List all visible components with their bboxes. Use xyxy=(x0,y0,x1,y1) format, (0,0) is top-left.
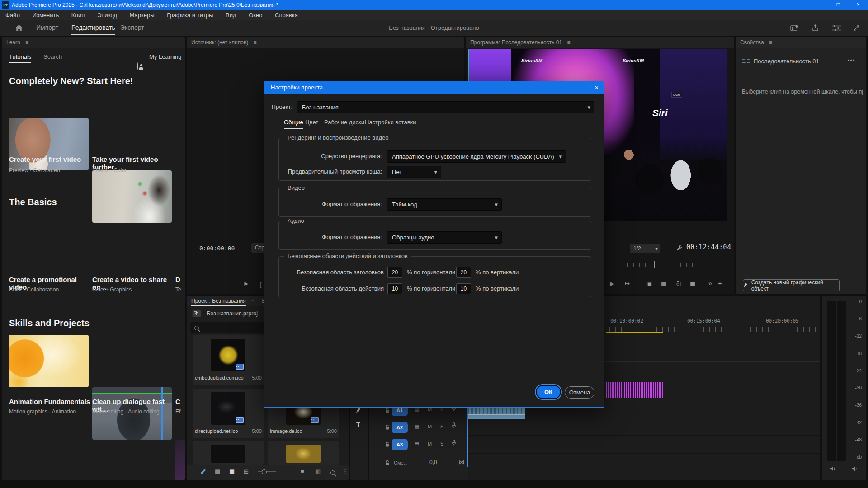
project-item[interactable] xyxy=(268,441,339,465)
filter-bars-icon[interactable]: ▥ xyxy=(315,468,321,475)
share-icon[interactable] xyxy=(811,24,819,32)
cancel-button[interactable]: Отмена xyxy=(565,386,594,399)
play-in-to-out-icon[interactable]: ↦ xyxy=(625,280,630,287)
timeline-playhead[interactable] xyxy=(467,405,468,467)
solo-button[interactable]: S xyxy=(440,424,443,429)
ok-button[interactable]: ОК xyxy=(537,386,560,398)
more-controls-icon[interactable]: » xyxy=(708,280,712,287)
lock-icon[interactable] xyxy=(385,442,390,447)
project-panel-tab[interactable]: Проект: Без названия xyxy=(191,298,246,306)
project-item[interactable]: embedupload.com.ico 5:00 xyxy=(193,335,264,385)
title-safe-horizontal-input[interactable]: 20 xyxy=(387,267,402,278)
comparison-view-icon[interactable]: ▦ xyxy=(690,280,695,287)
program-timecode[interactable]: 00:12:44:04 xyxy=(686,243,731,251)
panel-menu-icon[interactable]: ≡ xyxy=(254,39,257,46)
panel-menu-icon[interactable]: ≡ xyxy=(25,39,28,46)
more-options-icon[interactable]: ••• xyxy=(848,57,855,64)
menu-view[interactable]: Вид xyxy=(226,12,236,19)
tab-edit[interactable]: Редактировать xyxy=(71,24,115,35)
program-zoom-select[interactable]: 1/2 ▾ xyxy=(630,244,660,253)
project-breadcrumb[interactable]: Без названия.prproj xyxy=(207,310,258,317)
title-safe-vertical-input[interactable]: 20 xyxy=(456,267,471,278)
marker-icon[interactable]: ⚑ xyxy=(243,281,249,288)
renderer-select[interactable]: Аппаратное GPU-ускорение ядра Mercury Pl… xyxy=(387,150,566,163)
dialog-tab-ingest[interactable]: Настройки вставки xyxy=(365,119,416,126)
export-frame-camera-icon[interactable] xyxy=(675,281,681,286)
timeline-ruler[interactable] xyxy=(604,327,820,332)
source-timecode[interactable]: 0:00:00:00 xyxy=(199,245,235,252)
speaker-icon[interactable] xyxy=(830,466,836,471)
fullscreen-icon[interactable] xyxy=(853,24,860,32)
track-button-a2[interactable]: A2 xyxy=(392,422,408,433)
menu-sequence[interactable]: Эпизод xyxy=(97,12,117,19)
lock-icon[interactable] xyxy=(385,425,390,430)
dialog-tab-general[interactable]: Общие xyxy=(284,119,303,129)
workspace-icon[interactable] xyxy=(790,25,798,32)
video-clip-v1[interactable] xyxy=(606,382,663,398)
zoom-slider[interactable] xyxy=(258,471,276,472)
mic-icon[interactable] xyxy=(452,422,456,428)
panel-menu-icon[interactable]: ≡ xyxy=(567,39,571,46)
program-playhead-marker[interactable] xyxy=(654,261,655,268)
menu-clip[interactable]: Клип xyxy=(71,12,85,19)
mix-gain-value[interactable]: 0,0 xyxy=(429,459,437,465)
menu-graphics[interactable]: Графика и титры xyxy=(167,12,213,19)
project-item[interactable] xyxy=(193,441,264,465)
dialog-tab-color[interactable]: Цвет xyxy=(305,119,318,126)
freeform-view-icon[interactable]: ⊞ xyxy=(244,468,249,475)
tutorial-card-thumbnail[interactable] xyxy=(92,170,172,223)
my-learning-link[interactable]: My Learning xyxy=(149,53,182,60)
keyframe-nav-icon[interactable]: ⋈ xyxy=(459,459,465,465)
list-view-icon[interactable]: ▤ xyxy=(215,468,220,475)
tab-export[interactable]: Экспорт xyxy=(120,24,144,31)
tutorial-card-title[interactable]: Animation Fundamentals xyxy=(9,398,90,405)
project-item-name[interactable]: immage.de.ico xyxy=(270,428,302,434)
panel-menu-icon[interactable]: ≡ xyxy=(251,298,254,304)
mute-button[interactable]: M xyxy=(428,441,432,446)
audio-clip-a1[interactable] xyxy=(468,407,525,419)
lock-icon[interactable] xyxy=(385,460,390,466)
dialog-title-bar[interactable]: Настройки проекта × xyxy=(264,81,604,94)
source-patch-icon[interactable]: ▤ xyxy=(415,423,419,429)
grid-view-icon[interactable]: ▦ xyxy=(229,468,235,475)
track-button-a3[interactable]: A3 xyxy=(392,439,408,450)
mic-icon[interactable] xyxy=(452,440,456,446)
maximize-icon[interactable]: □ xyxy=(828,0,848,10)
tutorial-card-title[interactable]: Create your first video xyxy=(9,155,90,163)
tutorial-card-thumbnail[interactable] xyxy=(175,440,185,480)
project-item-name[interactable]: directupload.net.ico xyxy=(195,428,238,434)
tab-tutorials[interactable]: Tutorials xyxy=(9,53,31,63)
new-graphic-button[interactable]: Создать новый графический объект xyxy=(743,279,840,291)
mark-in-icon[interactable]: { xyxy=(259,281,261,288)
lock-icon[interactable] xyxy=(385,408,390,413)
panel-menu-icon[interactable]: ≡ xyxy=(769,39,772,46)
extract-icon[interactable]: ▤ xyxy=(661,280,666,287)
dialog-tab-scratch-disks[interactable]: Рабочие диски xyxy=(324,119,364,126)
settings-wrench-icon[interactable] xyxy=(676,245,683,251)
menu-help[interactable]: Справка xyxy=(275,12,298,19)
zoom-slider-handle[interactable] xyxy=(262,469,267,474)
dialog-close-icon[interactable]: × xyxy=(594,81,599,94)
source-patch-icon[interactable]: ▤ xyxy=(415,441,419,446)
menu-window[interactable]: Окно xyxy=(249,12,262,19)
pen-tool-icon[interactable] xyxy=(356,408,362,413)
tutorial-card-thumbnail[interactable] xyxy=(9,335,89,387)
tab-search[interactable]: Search xyxy=(43,53,62,60)
project-item-thumbnail[interactable] xyxy=(211,445,245,463)
project-item-thumbnail[interactable] xyxy=(286,445,321,463)
add-button-icon[interactable]: + xyxy=(718,279,722,287)
avatar[interactable] xyxy=(137,62,138,70)
project-item[interactable]: directupload.net.ico 5:00 xyxy=(193,389,264,438)
project-item-thumbnail[interactable] xyxy=(211,339,245,371)
sequence-name[interactable]: Последовательность 01 xyxy=(754,58,819,65)
play-icon[interactable]: ▶ xyxy=(610,280,614,287)
writable-pen-icon[interactable] xyxy=(200,469,206,474)
speaker-icon[interactable] xyxy=(852,466,858,471)
audio-display-format-select[interactable]: Образцы аудио ▾ xyxy=(387,231,502,244)
close-icon[interactable]: × xyxy=(848,0,868,10)
preview-cache-select[interactable]: Нет ▾ xyxy=(387,166,441,178)
overflow-icon[interactable]: ⋮ xyxy=(342,468,348,475)
menu-edit[interactable]: Изменить xyxy=(33,12,59,19)
find-icon[interactable] xyxy=(330,470,335,475)
minimize-icon[interactable]: ─ xyxy=(808,0,828,10)
